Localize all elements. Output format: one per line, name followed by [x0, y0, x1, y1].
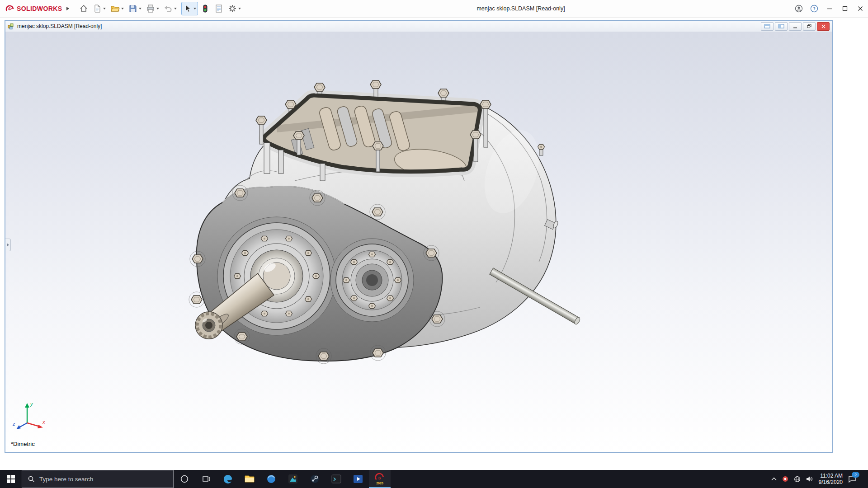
- help-button[interactable]: ?: [807, 0, 822, 17]
- window-split-icon: [778, 24, 784, 28]
- print-button[interactable]: [144, 2, 161, 15]
- undo-icon: [164, 4, 173, 13]
- taskbar-app-edge[interactable]: [217, 470, 239, 488]
- movies-icon: [353, 474, 363, 484]
- dropdown-caret-icon[interactable]: [156, 8, 159, 9]
- window-title: menjac sklop.SLDASM [Read-only]: [476, 5, 565, 12]
- view-orientation-label: *Dimetric: [11, 441, 35, 447]
- taskbar-clock[interactable]: 11:02 AM 9/16/2020: [819, 473, 843, 485]
- speaker-icon: [806, 476, 813, 482]
- taskbar-app-steam[interactable]: [304, 470, 326, 488]
- window-layout-button-1[interactable]: [761, 22, 774, 31]
- select-cursor-icon: [183, 4, 192, 13]
- open-folder-icon: [110, 4, 120, 13]
- open-button[interactable]: [108, 2, 126, 15]
- gearbox-model[interactable]: [5, 32, 832, 452]
- file-properties-button[interactable]: [212, 2, 225, 15]
- taskbar-app-browser[interactable]: [260, 470, 282, 488]
- document-title: menjac sklop.SLDASM [Read-only]: [17, 23, 102, 29]
- network-button[interactable]: [794, 476, 801, 483]
- document-window: menjac sklop.SLDASM [Read-only]: [5, 20, 833, 453]
- taskbar-app-movies[interactable]: [347, 470, 369, 488]
- solidworks-logo-icon: [5, 4, 14, 13]
- dropdown-caret-icon[interactable]: [103, 8, 106, 9]
- account-icon: [794, 4, 803, 13]
- notification-badge: 2: [852, 472, 859, 478]
- start-button[interactable]: [0, 470, 22, 488]
- dropdown-caret-icon[interactable]: [139, 8, 142, 9]
- task-view-button[interactable]: [195, 470, 217, 488]
- save-icon: [128, 4, 137, 13]
- close-button[interactable]: [853, 0, 868, 17]
- solidworks-screen: { "app": { "brand": "SOLIDWORKS", "windo…: [0, 0, 868, 488]
- file-properties-icon: [214, 4, 223, 13]
- tray-expand-button[interactable]: [771, 477, 777, 481]
- tray-app-icon: [782, 476, 788, 482]
- clock-date: 9/16/2020: [819, 479, 843, 485]
- windows-taskbar: Type here to search: [0, 470, 868, 488]
- close-icon: [821, 24, 826, 28]
- cortana-icon: [179, 474, 189, 484]
- account-button[interactable]: [791, 0, 807, 17]
- print-icon: [146, 4, 155, 13]
- rebuild-button[interactable]: [199, 2, 212, 15]
- dropdown-caret-icon[interactable]: [193, 8, 196, 9]
- task-view-icon: [202, 474, 211, 483]
- new-document-icon: [93, 4, 102, 13]
- solidworks-icon: S: [375, 473, 385, 482]
- action-center-button[interactable]: 2: [848, 475, 856, 483]
- save-button[interactable]: [127, 2, 143, 15]
- undo-button[interactable]: [162, 2, 179, 15]
- doc-minimize-button[interactable]: [789, 22, 802, 31]
- window-layout-button-2[interactable]: [775, 22, 788, 31]
- edge-icon: [222, 474, 233, 484]
- windows-logo-icon: [7, 475, 15, 483]
- dropdown-caret-icon[interactable]: [238, 8, 241, 9]
- cortana-button[interactable]: [174, 470, 195, 488]
- mdi-background: menjac sklop.SLDASM [Read-only]: [0, 17, 868, 470]
- dropdown-caret-icon[interactable]: [174, 8, 177, 9]
- volume-button[interactable]: [806, 476, 813, 482]
- feature-tree-flyout-tab[interactable]: [5, 239, 11, 251]
- solidworks-logo: SOLIDWORKS: [0, 4, 65, 13]
- chevron-right-icon: [7, 243, 9, 247]
- file-explorer-icon: [244, 474, 255, 484]
- document-titlebar[interactable]: menjac sklop.SLDASM [Read-only]: [5, 21, 832, 32]
- taskbar-search[interactable]: Type here to search: [22, 470, 174, 488]
- home-icon: [79, 4, 88, 13]
- options-button[interactable]: [226, 2, 243, 15]
- taskbar-app-terminal[interactable]: [326, 470, 347, 488]
- photos-icon: [288, 474, 298, 484]
- network-globe-icon: [794, 476, 801, 483]
- search-icon: [28, 475, 35, 483]
- window-layout-icon: [764, 24, 770, 28]
- maximize-icon: [842, 6, 848, 11]
- maximize-button[interactable]: [837, 0, 853, 17]
- search-placeholder: Type here to search: [39, 476, 93, 483]
- new-document-button[interactable]: [91, 2, 108, 15]
- select-tool-button[interactable]: [181, 2, 198, 15]
- graphics-viewport[interactable]: y x z *Dimetric: [5, 32, 832, 452]
- doc-restore-button[interactable]: [803, 22, 816, 31]
- svg-text:S: S: [378, 475, 381, 480]
- brand-label: SOLIDWORKS: [17, 5, 62, 12]
- taskbar-app-file-explorer[interactable]: [239, 470, 260, 488]
- dropdown-caret-icon[interactable]: [121, 8, 124, 9]
- minimize-icon: [793, 24, 797, 28]
- menu-expand-arrow[interactable]: [65, 5, 71, 12]
- terminal-icon: [331, 474, 342, 484]
- clock-time: 11:02 AM: [819, 473, 843, 479]
- taskbar-app-solidworks[interactable]: S 2020: [369, 470, 391, 488]
- minimize-button[interactable]: [822, 0, 837, 17]
- minimize-icon: [827, 6, 832, 11]
- home-button[interactable]: [77, 2, 90, 15]
- svg-text:?: ?: [813, 6, 816, 11]
- steam-icon: [309, 474, 320, 484]
- options-gear-icon: [228, 4, 237, 13]
- doc-close-button[interactable]: [817, 22, 830, 31]
- svg-text:z: z: [12, 421, 15, 427]
- taskbar-app-photos[interactable]: [282, 470, 304, 488]
- close-icon: [858, 6, 863, 11]
- tray-app-button[interactable]: [782, 476, 788, 482]
- app-titlebar: SOLIDWORKS: [0, 0, 868, 18]
